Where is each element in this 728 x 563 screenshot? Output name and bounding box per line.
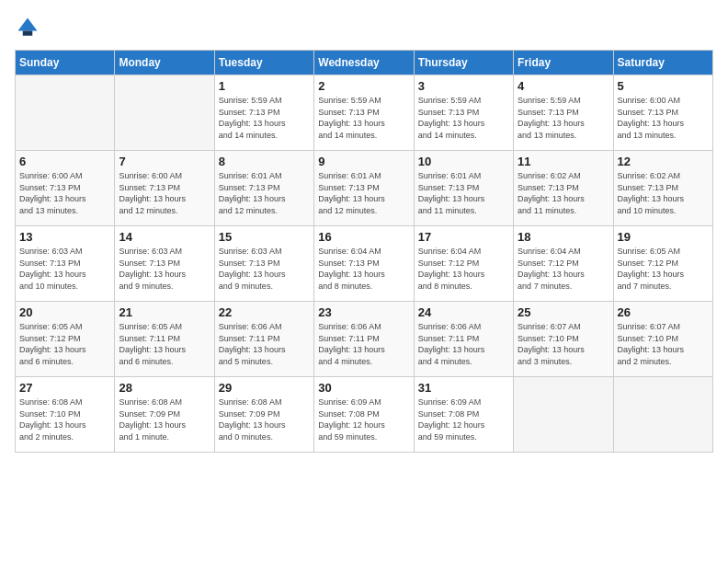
day-info: Sunrise: 6:05 AM Sunset: 7:12 PM Dayligh… <box>618 246 709 292</box>
calendar-table: SundayMondayTuesdayWednesdayThursdayFrid… <box>15 50 713 453</box>
calendar-cell: 12Sunrise: 6:02 AM Sunset: 7:13 PM Dayli… <box>613 151 712 226</box>
day-info: Sunrise: 6:06 AM Sunset: 7:11 PM Dayligh… <box>219 321 310 367</box>
col-header-thursday: Thursday <box>414 51 513 75</box>
day-info: Sunrise: 5:59 AM Sunset: 7:13 PM Dayligh… <box>219 95 310 141</box>
day-info: Sunrise: 6:00 AM Sunset: 7:13 PM Dayligh… <box>618 95 709 141</box>
calendar-cell: 14Sunrise: 6:03 AM Sunset: 7:13 PM Dayli… <box>115 226 214 302</box>
col-header-wednesday: Wednesday <box>314 51 414 75</box>
day-number: 13 <box>19 230 110 244</box>
day-info: Sunrise: 6:01 AM Sunset: 7:13 PM Dayligh… <box>418 170 509 216</box>
day-info: Sunrise: 6:06 AM Sunset: 7:11 PM Dayligh… <box>418 321 509 367</box>
day-info: Sunrise: 6:02 AM Sunset: 7:13 PM Dayligh… <box>618 170 709 216</box>
day-number: 31 <box>418 381 509 395</box>
day-number: 11 <box>518 155 609 168</box>
calendar-cell: 6Sunrise: 6:00 AM Sunset: 7:13 PM Daylig… <box>16 151 115 226</box>
calendar-cell: 7Sunrise: 6:00 AM Sunset: 7:13 PM Daylig… <box>115 151 214 226</box>
col-header-saturday: Saturday <box>613 51 712 75</box>
calendar-cell: 3Sunrise: 5:59 AM Sunset: 7:13 PM Daylig… <box>414 75 513 151</box>
day-info: Sunrise: 6:07 AM Sunset: 7:10 PM Dayligh… <box>518 321 609 367</box>
day-number: 10 <box>418 155 509 168</box>
day-number: 22 <box>219 305 310 319</box>
calendar-cell: 29Sunrise: 6:08 AM Sunset: 7:09 PM Dayli… <box>214 377 313 453</box>
day-info: Sunrise: 6:07 AM Sunset: 7:10 PM Dayligh… <box>618 321 709 367</box>
calendar-cell: 16Sunrise: 6:04 AM Sunset: 7:13 PM Dayli… <box>314 226 414 302</box>
svg-marker-1 <box>18 18 38 31</box>
day-info: Sunrise: 6:00 AM Sunset: 7:13 PM Dayligh… <box>19 170 110 216</box>
day-info: Sunrise: 6:09 AM Sunset: 7:08 PM Dayligh… <box>418 396 509 442</box>
calendar-cell: 4Sunrise: 5:59 AM Sunset: 7:13 PM Daylig… <box>514 75 613 151</box>
day-number: 2 <box>318 79 409 93</box>
calendar-cell: 10Sunrise: 6:01 AM Sunset: 7:13 PM Dayli… <box>414 151 513 226</box>
day-info: Sunrise: 6:04 AM Sunset: 7:12 PM Dayligh… <box>518 246 609 292</box>
calendar-cell: 18Sunrise: 6:04 AM Sunset: 7:12 PM Dayli… <box>514 226 613 302</box>
calendar-cell: 15Sunrise: 6:03 AM Sunset: 7:13 PM Dayli… <box>214 226 313 302</box>
day-number: 16 <box>318 230 409 244</box>
calendar-cell: 11Sunrise: 6:02 AM Sunset: 7:13 PM Dayli… <box>514 151 613 226</box>
day-number: 19 <box>618 230 709 244</box>
day-number: 29 <box>219 381 310 395</box>
col-header-friday: Friday <box>514 51 613 75</box>
day-info: Sunrise: 6:00 AM Sunset: 7:13 PM Dayligh… <box>119 170 210 216</box>
day-number: 26 <box>618 305 709 319</box>
day-number: 25 <box>518 305 609 319</box>
logo <box>15 15 44 40</box>
calendar-cell <box>16 75 115 151</box>
day-info: Sunrise: 6:04 AM Sunset: 7:12 PM Dayligh… <box>418 246 509 292</box>
day-number: 6 <box>19 155 110 168</box>
day-info: Sunrise: 6:05 AM Sunset: 7:12 PM Dayligh… <box>19 321 110 367</box>
calendar-cell: 9Sunrise: 6:01 AM Sunset: 7:13 PM Daylig… <box>314 151 414 226</box>
day-number: 24 <box>418 305 509 319</box>
day-number: 20 <box>19 305 110 319</box>
calendar-cell: 24Sunrise: 6:06 AM Sunset: 7:11 PM Dayli… <box>414 302 513 377</box>
day-info: Sunrise: 6:04 AM Sunset: 7:13 PM Dayligh… <box>318 246 409 292</box>
col-header-tuesday: Tuesday <box>214 51 313 75</box>
calendar-cell: 17Sunrise: 6:04 AM Sunset: 7:12 PM Dayli… <box>414 226 513 302</box>
day-info: Sunrise: 5:59 AM Sunset: 7:13 PM Dayligh… <box>318 95 409 141</box>
day-info: Sunrise: 6:06 AM Sunset: 7:11 PM Dayligh… <box>318 321 409 367</box>
svg-rect-2 <box>23 31 33 36</box>
calendar-cell: 28Sunrise: 6:08 AM Sunset: 7:09 PM Dayli… <box>115 377 214 453</box>
day-number: 4 <box>518 79 609 93</box>
day-number: 18 <box>518 230 609 244</box>
calendar-cell: 21Sunrise: 6:05 AM Sunset: 7:11 PM Dayli… <box>115 302 214 377</box>
day-number: 5 <box>618 79 709 93</box>
col-header-monday: Monday <box>115 51 214 75</box>
day-info: Sunrise: 6:09 AM Sunset: 7:08 PM Dayligh… <box>318 396 409 442</box>
day-info: Sunrise: 6:01 AM Sunset: 7:13 PM Dayligh… <box>219 170 310 216</box>
day-info: Sunrise: 6:03 AM Sunset: 7:13 PM Dayligh… <box>119 246 210 292</box>
calendar-cell: 23Sunrise: 6:06 AM Sunset: 7:11 PM Dayli… <box>314 302 414 377</box>
day-info: Sunrise: 6:08 AM Sunset: 7:10 PM Dayligh… <box>19 396 110 442</box>
day-number: 21 <box>119 305 210 319</box>
calendar-cell: 30Sunrise: 6:09 AM Sunset: 7:08 PM Dayli… <box>314 377 414 453</box>
calendar-cell: 20Sunrise: 6:05 AM Sunset: 7:12 PM Dayli… <box>16 302 115 377</box>
calendar-cell: 1Sunrise: 5:59 AM Sunset: 7:13 PM Daylig… <box>214 75 313 151</box>
day-info: Sunrise: 5:59 AM Sunset: 7:13 PM Dayligh… <box>418 95 509 141</box>
calendar-cell <box>514 377 613 453</box>
day-number: 15 <box>219 230 310 244</box>
calendar-cell: 26Sunrise: 6:07 AM Sunset: 7:10 PM Dayli… <box>613 302 712 377</box>
calendar-cell: 25Sunrise: 6:07 AM Sunset: 7:10 PM Dayli… <box>514 302 613 377</box>
calendar-cell: 5Sunrise: 6:00 AM Sunset: 7:13 PM Daylig… <box>613 75 712 151</box>
day-number: 3 <box>418 79 509 93</box>
day-number: 8 <box>219 155 310 168</box>
day-info: Sunrise: 6:03 AM Sunset: 7:13 PM Dayligh… <box>19 246 110 292</box>
day-number: 17 <box>418 230 509 244</box>
day-number: 14 <box>119 230 210 244</box>
day-number: 30 <box>318 381 409 395</box>
calendar-cell: 8Sunrise: 6:01 AM Sunset: 7:13 PM Daylig… <box>214 151 313 226</box>
day-number: 1 <box>219 79 310 93</box>
col-header-sunday: Sunday <box>16 51 115 75</box>
calendar-cell: 19Sunrise: 6:05 AM Sunset: 7:12 PM Dayli… <box>613 226 712 302</box>
calendar-cell: 27Sunrise: 6:08 AM Sunset: 7:10 PM Dayli… <box>16 377 115 453</box>
calendar-cell: 13Sunrise: 6:03 AM Sunset: 7:13 PM Dayli… <box>16 226 115 302</box>
day-number: 9 <box>318 155 409 168</box>
day-info: Sunrise: 6:08 AM Sunset: 7:09 PM Dayligh… <box>119 396 210 442</box>
page-header <box>15 15 713 40</box>
calendar-cell: 22Sunrise: 6:06 AM Sunset: 7:11 PM Dayli… <box>214 302 313 377</box>
calendar-cell: 2Sunrise: 5:59 AM Sunset: 7:13 PM Daylig… <box>314 75 414 151</box>
day-info: Sunrise: 6:03 AM Sunset: 7:13 PM Dayligh… <box>219 246 310 292</box>
logo-icon <box>15 15 40 40</box>
calendar-cell: 31Sunrise: 6:09 AM Sunset: 7:08 PM Dayli… <box>414 377 513 453</box>
day-number: 7 <box>119 155 210 168</box>
day-info: Sunrise: 6:02 AM Sunset: 7:13 PM Dayligh… <box>518 170 609 216</box>
